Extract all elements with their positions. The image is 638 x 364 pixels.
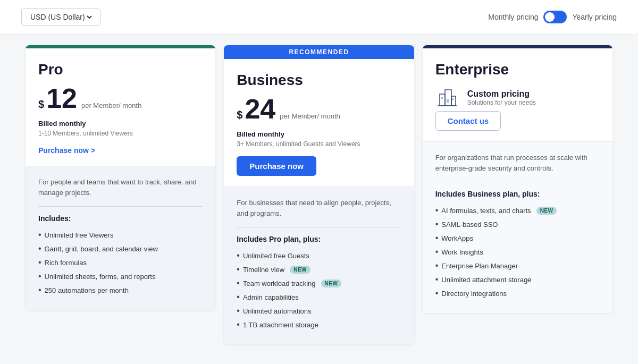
top-bar: USD (US Dollar) Monthly pricing Yearly p… bbox=[0, 0, 638, 35]
plan-name: Pro bbox=[38, 61, 203, 78]
feature-text: Gantt, grid, board, and calendar view bbox=[45, 245, 158, 253]
feature-item: 1 TB attachment storage bbox=[237, 318, 401, 332]
svg-rect-4 bbox=[447, 99, 449, 103]
divider bbox=[237, 227, 401, 227]
custom-pricing: Custom pricing Solutions for your needs bbox=[435, 84, 600, 111]
billing-info: Billed monthly bbox=[38, 120, 203, 128]
feature-item: Timeline viewNEW bbox=[237, 263, 401, 276]
svg-rect-0 bbox=[440, 94, 445, 106]
new-badge: NEW bbox=[290, 266, 310, 274]
billing-sub: 1-10 Members, unlimited Viewers bbox=[38, 130, 203, 137]
feature-item: Unlimited automations bbox=[237, 304, 401, 318]
plan-card-pro: Pro $ 12 per Member/ month Billed monthl… bbox=[26, 45, 215, 310]
price-symbol: $ bbox=[237, 109, 242, 121]
plan-top: Business $ 24 per Member/ month Billed m… bbox=[224, 59, 414, 187]
price-per: per Member/ month bbox=[81, 101, 141, 111]
svg-rect-6 bbox=[452, 98, 454, 100]
feature-text: Unlimited automations bbox=[243, 307, 312, 315]
price-amount: 12 bbox=[46, 84, 77, 112]
feature-item: Unlimited free Guests bbox=[237, 249, 401, 263]
feature-text: Timeline view bbox=[243, 266, 284, 274]
features-list: Unlimited free ViewersGantt, grid, board… bbox=[38, 228, 203, 297]
divider bbox=[435, 182, 600, 182]
svg-rect-2 bbox=[451, 96, 456, 106]
feature-text: Unlimited free Guests bbox=[243, 252, 309, 260]
feature-item: Team workload trackingNEW bbox=[237, 276, 401, 290]
svg-rect-1 bbox=[445, 90, 451, 106]
features-list: AI formulas, texts, and chartsNEWSAML-ba… bbox=[435, 204, 600, 300]
features-list: Unlimited free GuestsTimeline viewNEWTea… bbox=[237, 249, 401, 332]
feature-item: Unlimited attachment storage bbox=[435, 273, 600, 286]
includes-title: Includes Pro plan, plus: bbox=[237, 235, 401, 243]
custom-pricing-sub: Solutions for your needs bbox=[467, 99, 536, 106]
currency-dropdown[interactable]: USD (US Dollar) bbox=[28, 12, 94, 22]
plan-description: For businesses that need to align people… bbox=[237, 198, 401, 218]
feature-item: Enterprise Plan Manager bbox=[435, 259, 600, 273]
feature-text: 1 TB attachment storage bbox=[243, 321, 318, 329]
price-row: $ 24 per Member/ month bbox=[237, 95, 401, 123]
yearly-label: Yearly pricing bbox=[572, 13, 617, 21]
plan-top: Pro $ 12 per Member/ month Billed monthl… bbox=[26, 48, 215, 166]
plan-name: Enterprise bbox=[435, 61, 600, 78]
pricing-toggle-group: Monthly pricing Yearly pricing bbox=[488, 11, 617, 23]
price-amount: 24 bbox=[245, 95, 275, 123]
plan-body: For people and teams that want to track,… bbox=[26, 166, 215, 310]
custom-pricing-text: Custom pricing Solutions for your needs bbox=[467, 89, 536, 106]
feature-item: AI formulas, texts, and chartsNEW bbox=[435, 204, 600, 217]
plan-description: For people and teams that want to track,… bbox=[38, 177, 203, 198]
building-icon bbox=[435, 84, 459, 111]
includes-title: Includes: bbox=[38, 214, 203, 223]
svg-rect-5 bbox=[441, 97, 443, 99]
plans-container: Pro $ 12 per Member/ month Billed monthl… bbox=[0, 35, 638, 360]
billing-sub: 3+ Members, unlimited Guests and Viewers bbox=[237, 140, 401, 148]
contact-button[interactable]: Contact us bbox=[435, 111, 501, 131]
custom-pricing-title: Custom pricing bbox=[467, 89, 536, 99]
includes-title: Includes Business plan, plus: bbox=[435, 190, 600, 198]
new-badge: NEW bbox=[536, 207, 557, 215]
feature-item: Rich formulas bbox=[38, 256, 203, 269]
plan-card-business: RECOMMENDED Business $ 24 per Member/ mo… bbox=[224, 45, 414, 344]
feature-text: Admin capabilities bbox=[243, 293, 299, 301]
plan-body: For businesses that need to align people… bbox=[224, 187, 414, 344]
recommended-badge: RECOMMENDED bbox=[224, 45, 414, 59]
feature-text: SAML-based SSO bbox=[441, 221, 498, 228]
feature-text: Rich formulas bbox=[45, 259, 87, 267]
feature-item: Unlimited sheets, forms, and reports bbox=[38, 269, 203, 283]
feature-item: Work Insights bbox=[435, 245, 600, 259]
feature-item: 250 automations per month bbox=[38, 283, 203, 297]
price-row: $ 12 per Member/ month bbox=[38, 84, 203, 112]
feature-text: Unlimited sheets, forms, and reports bbox=[45, 273, 156, 281]
price-symbol: $ bbox=[38, 98, 44, 111]
feature-text: Work Insights bbox=[441, 248, 483, 256]
feature-text: 250 automations per month bbox=[45, 286, 129, 294]
feature-text: AI formulas, texts, and charts bbox=[441, 207, 531, 215]
feature-text: Enterprise Plan Manager bbox=[441, 262, 518, 270]
plan-top: Enterprise Custom pricing bbox=[423, 48, 612, 141]
feature-item: Unlimited free Viewers bbox=[38, 228, 203, 242]
feature-item: WorkApps bbox=[435, 231, 600, 245]
feature-text: Unlimited attachment storage bbox=[441, 276, 531, 284]
plan-name: Business bbox=[237, 72, 401, 89]
plan-body: For organizations that run processes at … bbox=[423, 141, 612, 313]
purchase-link[interactable]: Purchase now > bbox=[38, 146, 95, 155]
purchase-button[interactable]: Purchase now bbox=[237, 156, 316, 176]
plan-description: For organizations that run processes at … bbox=[435, 153, 600, 173]
feature-item: Admin capabilities bbox=[237, 290, 401, 304]
feature-text: Unlimited free Viewers bbox=[45, 231, 114, 239]
price-per: per Member/ month bbox=[280, 112, 340, 121]
currency-selector[interactable]: USD (US Dollar) bbox=[21, 9, 100, 26]
feature-text: Team workload tracking bbox=[243, 280, 316, 287]
pricing-toggle-switch[interactable] bbox=[543, 11, 567, 23]
feature-text: Directory integrations bbox=[441, 290, 507, 298]
billing-info: Billed monthly bbox=[237, 130, 401, 138]
feature-item: SAML-based SSO bbox=[435, 217, 600, 231]
feature-text: WorkApps bbox=[441, 234, 473, 242]
monthly-label: Monthly pricing bbox=[488, 13, 538, 21]
divider bbox=[38, 206, 203, 207]
new-badge: NEW bbox=[321, 280, 342, 287]
feature-item: Directory integrations bbox=[435, 286, 600, 300]
feature-item: Gantt, grid, board, and calendar view bbox=[38, 242, 203, 256]
plan-card-enterprise: Enterprise Custom pricing bbox=[423, 45, 612, 313]
